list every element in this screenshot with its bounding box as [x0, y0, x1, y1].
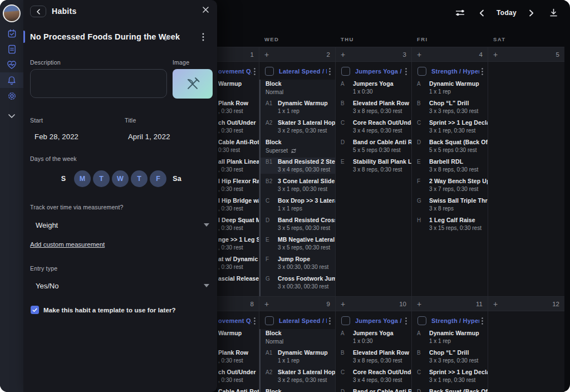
exercise-detail: 3 x 8 reps	[429, 204, 488, 213]
event-menu-icon[interactable]	[254, 68, 255, 75]
event-menu-icon[interactable]	[405, 317, 407, 325]
event-title[interactable]: Jumpers Yoga / Core	[355, 68, 403, 75]
event-menu-icon[interactable]	[405, 68, 407, 75]
exercise-row: DBand or Cable Anti Rotati...5 x 5 reps …	[336, 138, 411, 154]
add-workout-button[interactable]: +	[417, 51, 421, 58]
event-body: BlockNormalA1Dynamic Warmup1 x 1 repA2Sk…	[259, 329, 335, 392]
edit-pencil-icon[interactable]	[164, 33, 171, 41]
exercise-tag: B	[417, 349, 429, 365]
exercise-name: Band Resisted 2 Step Late...	[278, 158, 335, 165]
exercise-tag: G	[417, 197, 429, 213]
event-title[interactable]: Lateral Speed / Plyo	[279, 317, 327, 324]
exercise-main: Core Reach Out/Under3 x 4 reps, 0:30 res…	[353, 119, 411, 135]
add-workout-button[interactable]: +	[264, 51, 269, 58]
user-avatar[interactable]	[3, 4, 21, 22]
add-workout-button[interactable]: +	[493, 51, 498, 58]
notifications-icon	[7, 76, 16, 85]
sidebar-item-schedule[interactable]	[0, 26, 23, 41]
prev-week-icon[interactable]	[479, 9, 484, 17]
exercise-main: Cross Footwork Jump Rope3 x 00:30, 00:30…	[278, 275, 335, 291]
today-button[interactable]: Today	[497, 9, 517, 17]
add-workout-button[interactable]: +	[264, 300, 269, 308]
exercise-detail: 3 x 8 reps, 0:30 rest	[429, 165, 488, 174]
exercise-row: EMB Negative Lateral Hop...3 x 5 reps, 0…	[261, 236, 335, 252]
day-toggle-m[interactable]: M	[74, 170, 91, 187]
cell-date: 8	[250, 301, 254, 307]
day-toggle-w[interactable]: W	[112, 170, 129, 187]
start-date-value[interactable]: Feb 28, 2022	[35, 133, 78, 141]
measurement-select[interactable]: Weight	[30, 218, 210, 232]
exercise-tag: B	[341, 349, 353, 365]
event-menu-icon[interactable]	[329, 68, 331, 75]
event-title[interactable]: Strength / Hypertro...	[431, 317, 479, 324]
exercise-detail: 3 x 8 reps, 0:30 rest	[353, 107, 411, 115]
sidebar-item-notifications[interactable]	[0, 72, 23, 88]
calendar-cell: +11Strength / Hypertro...ADynamic Warmup…	[411, 297, 488, 392]
back-button[interactable]	[30, 6, 46, 17]
exercise-main: Dynamic Warmup1 x 1 rep	[429, 329, 488, 345]
event-checkbox[interactable]	[341, 316, 350, 325]
end-date-value[interactable]: April 1, 2022	[128, 133, 170, 141]
event-title[interactable]: ovement Q...	[218, 317, 252, 324]
exercise-main: Chop “L” Drill3 x 3 reps, 0:30 rest	[429, 349, 488, 365]
sidebar-item-settings[interactable]	[0, 88, 23, 104]
exercise-name: Cable Anti-Rotati...	[218, 388, 259, 392]
event-header: ovement Q...	[217, 316, 259, 326]
exercise-detail: 3 x 2 reps, 0:30 rest	[278, 376, 335, 384]
event-checkbox[interactable]	[417, 316, 426, 325]
chevron-down-icon	[204, 223, 210, 227]
add-custom-measurement-link[interactable]: Add custom measurement	[30, 241, 105, 248]
add-workout-button[interactable]: +	[417, 300, 421, 308]
add-workout-button[interactable]: +	[493, 300, 498, 308]
template-checkbox[interactable]	[31, 306, 39, 314]
exercise-tag: B	[341, 99, 353, 115]
habit-menu-icon[interactable]	[202, 33, 204, 41]
event-title[interactable]: Jumpers Yoga / Core	[355, 317, 403, 324]
exercise-tag: E	[266, 236, 278, 252]
day-toggle-t[interactable]: T	[131, 170, 148, 187]
add-workout-button[interactable]: +	[341, 300, 345, 308]
calendar-cell: +4Strength / Hypertro...ADynamic Warmup1…	[411, 47, 488, 296]
event-checkbox[interactable]	[265, 316, 274, 325]
event-checkbox[interactable]	[417, 67, 426, 76]
block-label: Block	[261, 138, 335, 146]
event-checkbox[interactable]	[265, 67, 274, 76]
cell-content: Lateral Speed / PlyoBlockNormalA1Dynamic…	[259, 62, 335, 296]
close-icon[interactable]	[203, 7, 209, 13]
day-toggle-sa[interactable]: Sa	[169, 170, 185, 187]
event-menu-icon[interactable]	[254, 317, 255, 325]
event-title[interactable]: ovement Q...	[218, 68, 252, 75]
event-card: Jumpers Yoga / CoreAJumpers Yoga1 x 0:30…	[336, 66, 411, 179]
exercise-row: DBand Resisted Crossover...3 x 5 reps, 0…	[261, 216, 335, 232]
day-toggle-f[interactable]: F	[150, 170, 166, 187]
exercise-detail: 3 x 4 reps, 00:30 rest	[278, 165, 335, 174]
event-menu-icon[interactable]	[481, 68, 483, 75]
cell-content: ovement Q...WarmupPlank Row, 0:30 restch…	[217, 62, 259, 296]
sidebar-expand-button[interactable]	[0, 108, 23, 124]
event-checkbox[interactable]	[341, 67, 350, 76]
event-title[interactable]: Strength / Hypertro...	[431, 68, 479, 75]
event-header: Jumpers Yoga / Core	[336, 66, 411, 76]
entry-type-select[interactable]: Yes/No	[30, 279, 210, 292]
event-menu-icon[interactable]	[481, 317, 483, 325]
day-toggle-t[interactable]: T	[93, 170, 110, 187]
sidebar-item-health[interactable]	[0, 57, 23, 72]
cell-date: 9	[327, 301, 330, 307]
event-title[interactable]: Lateral Speed / Plyo	[279, 68, 327, 75]
next-week-icon[interactable]	[529, 9, 534, 17]
download-icon[interactable]	[549, 8, 558, 17]
event-menu-icon[interactable]	[329, 317, 331, 325]
exercise-row: CCore Reach Out/Under3 x 4 reps, 0:30 re…	[336, 368, 411, 384]
sidebar-item-notes[interactable]	[0, 41, 23, 57]
block-type: Superset	[261, 146, 335, 155]
event-header: ovement Q...	[217, 66, 259, 76]
day-toggle-s[interactable]: S	[55, 170, 72, 187]
habit-image-tile[interactable]	[173, 69, 213, 99]
description-field[interactable]	[30, 69, 167, 98]
exercise-name: Skater 3 Lateral Hops >> ...	[278, 119, 335, 126]
add-workout-button[interactable]: +	[341, 51, 345, 58]
exercise-tag: G	[266, 275, 278, 291]
filter-sliders-icon[interactable]	[455, 9, 466, 17]
exercise-main: Elevated Plank Row3 x 8 reps, 0:30 rest	[353, 349, 411, 365]
exercise-tag: D	[417, 138, 429, 154]
